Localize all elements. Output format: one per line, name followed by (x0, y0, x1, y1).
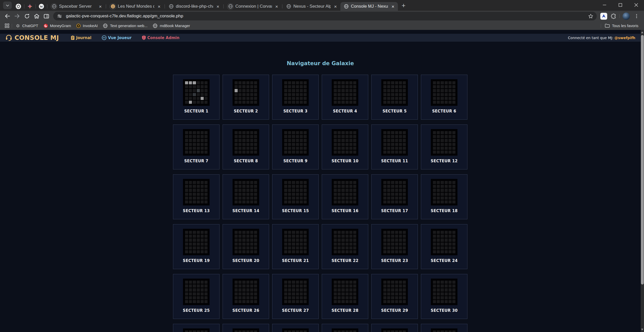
sector-card-8[interactable]: SECTEUR 8 (223, 124, 269, 169)
browser-menu-icon[interactable] (632, 11, 641, 21)
minimap-cell (300, 143, 303, 146)
side-panel-button[interactable] (41, 11, 51, 21)
pinned-tab-wordpress[interactable]: W (38, 2, 45, 11)
pinned-extension-icon[interactable] (600, 13, 607, 20)
bookmark-item-3[interactable]: InvokeAI (74, 22, 100, 29)
sector-minimap-15 (282, 179, 309, 205)
sector-card-31[interactable]: SECTEUR 31 (173, 324, 220, 332)
reload-button[interactable] (22, 11, 32, 21)
forward-button[interactable] (12, 11, 22, 21)
tab-2[interactable]: Les Neuf Mondes de la Mythol× (107, 2, 164, 11)
home-button[interactable] (32, 11, 41, 21)
tab-close-button[interactable]: × (215, 4, 221, 9)
bookmark-item-5[interactable]: mdBook Manager (150, 22, 192, 29)
nav-link-console-admin[interactable]: Console Admin (142, 35, 180, 40)
nav-link-vue-joueur[interactable]: Vue Joueur (102, 35, 132, 40)
tab-3[interactable]: discord-like-php-chat-7262.dev× (165, 2, 223, 11)
minimap-cell (441, 181, 444, 184)
tab-4[interactable]: Connexion | Corvara× (224, 2, 282, 11)
sector-card-4[interactable]: SECTEUR 4 (322, 75, 368, 120)
sector-card-13[interactable]: SECTEUR 13 (173, 174, 220, 219)
bookmark-item-1[interactable]: ChatGPT (13, 22, 41, 29)
url-text[interactable]: galactic-pve-conquest-c7fe.dev.flatlogic… (66, 14, 588, 19)
minimize-button[interactable] (596, 0, 612, 10)
minimap-cell (197, 243, 200, 246)
extensions-icon[interactable] (609, 11, 618, 21)
minimap-cell (433, 101, 436, 104)
tab-search-button[interactable] (3, 2, 12, 9)
address-bar[interactable]: galactic-pve-conquest-c7fe.dev.flatlogic… (53, 12, 597, 20)
sector-card-30[interactable]: SECTEUR 30 (421, 274, 467, 319)
sector-card-20[interactable]: SECTEUR 20 (223, 224, 269, 269)
sector-card-35[interactable]: SECTEUR 35 (371, 324, 418, 332)
pinned-tab-chatgpt[interactable] (15, 2, 22, 11)
sector-card-27[interactable]: SECTEUR 27 (272, 274, 319, 319)
profile-avatar[interactable] (623, 13, 630, 20)
sector-card-29[interactable]: SECTEUR 29 (371, 274, 418, 319)
sector-card-22[interactable]: SECTEUR 22 (322, 224, 368, 269)
apps-grid-icon[interactable] (3, 22, 11, 29)
minimap-cell (334, 296, 337, 299)
sector-card-24[interactable]: SECTEUR 24 (421, 224, 467, 269)
site-settings-icon[interactable] (57, 13, 62, 19)
sector-card-36[interactable]: SECTEUR 36 (421, 324, 467, 332)
sector-card-17[interactable]: SECTEUR 17 (371, 174, 418, 219)
sector-card-7[interactable]: SECTEUR 7 (173, 124, 220, 169)
bookmark-item-4[interactable]: Text generation web... (100, 22, 150, 29)
sector-card-14[interactable]: SECTEUR 14 (223, 174, 269, 219)
sector-card-26[interactable]: SECTEUR 26 (223, 274, 269, 319)
minimap-cell (353, 151, 356, 154)
scrollbar-thumb[interactable] (641, 35, 644, 284)
sector-card-23[interactable]: SECTEUR 23 (371, 224, 418, 269)
minimap-cell (197, 292, 200, 295)
chatgpt-mono-icon (16, 24, 20, 28)
minimap-cell (403, 288, 406, 291)
minimap-cell (193, 89, 196, 92)
minimap-cell (246, 193, 249, 196)
sector-card-28[interactable]: SECTEUR 28 (322, 274, 368, 319)
sector-card-18[interactable]: SECTEUR 18 (421, 174, 467, 219)
sector-card-6[interactable]: SECTEUR 6 (421, 75, 467, 120)
sector-card-15[interactable]: SECTEUR 15 (272, 174, 319, 219)
sector-card-12[interactable]: SECTEUR 12 (421, 124, 467, 169)
sector-card-16[interactable]: SECTEUR 16 (322, 174, 368, 219)
sector-card-3[interactable]: SECTEUR 3 (272, 75, 319, 120)
scrollbar-down-arrow[interactable] (641, 329, 643, 330)
tab-close-button[interactable]: × (97, 4, 103, 9)
minimap-cell (433, 139, 436, 142)
tab-1[interactable]: Spacebar Server× (48, 2, 105, 11)
sector-card-25[interactable]: SECTEUR 25 (173, 274, 220, 319)
minimap-cell (341, 292, 344, 295)
scrollbar-up-arrow[interactable] (641, 31, 643, 33)
minimap-cell (341, 200, 344, 203)
sector-card-33[interactable]: SECTEUR 33 (272, 324, 319, 332)
sector-card-9[interactable]: SECTEUR 9 (272, 124, 319, 169)
tab-close-button[interactable]: × (390, 4, 396, 9)
new-tab-button[interactable]: + (399, 1, 408, 10)
sector-card-5[interactable]: SECTEUR 5 (371, 75, 418, 120)
pinned-tab-gemini[interactable] (26, 2, 34, 11)
sector-card-32[interactable]: SECTEUR 32 (223, 324, 269, 332)
sector-card-2[interactable]: SECTEUR 2 (223, 75, 269, 120)
tab-close-button[interactable]: × (156, 4, 162, 9)
sector-card-10[interactable]: SECTEUR 10 (322, 124, 368, 169)
minimap-cell (197, 131, 200, 134)
sector-card-1[interactable]: SECTEUR 1 (173, 75, 220, 120)
tab-5[interactable]: Nexus - Secteur Alpha [G1]× (283, 2, 340, 11)
back-button[interactable] (3, 11, 12, 21)
tab-6-active[interactable]: Console MJ - Nexus× (340, 2, 398, 11)
sector-card-21[interactable]: SECTEUR 21 (272, 224, 319, 269)
sector-card-34[interactable]: SECTEUR 34 (322, 324, 368, 332)
all-bookmarks-button[interactable]: Tous les favoris (602, 22, 641, 29)
minimap-cell (403, 97, 406, 100)
bookmark-star-icon[interactable] (588, 13, 594, 19)
sector-card-19[interactable]: SECTEUR 19 (173, 224, 220, 269)
minimap-cell (448, 288, 452, 291)
sector-card-11[interactable]: SECTEUR 11 (371, 124, 418, 169)
close-window-button[interactable] (628, 0, 644, 10)
bookmark-item-2[interactable]: MoneyGram (41, 22, 74, 29)
maximize-button[interactable] (612, 0, 628, 10)
tab-close-button[interactable]: × (332, 4, 338, 9)
tab-close-button[interactable]: × (274, 4, 280, 9)
nav-link-journal[interactable]: Journal (71, 35, 91, 40)
